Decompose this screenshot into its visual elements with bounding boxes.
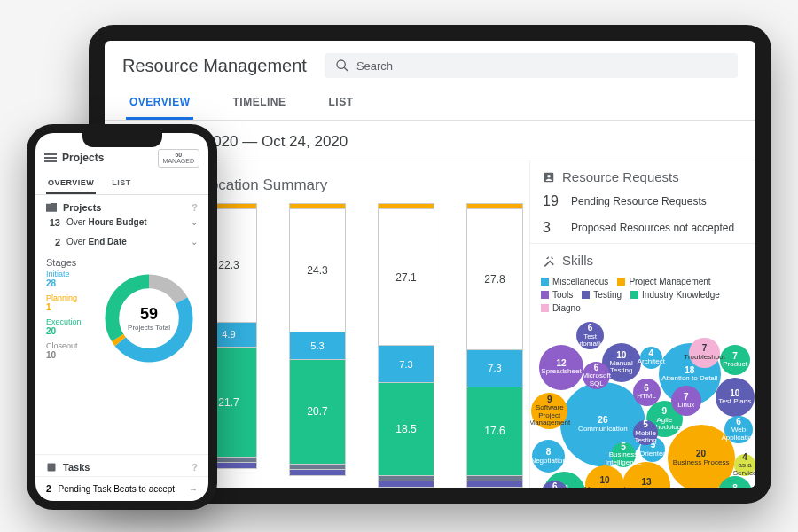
proposed-count: 3 — [543, 220, 562, 236]
allocation-title: Allocation Summary — [193, 169, 529, 200]
phone-tabs: OVERVIEW LIST — [35, 173, 208, 195]
skill-bubble[interactable]: 10Management — [585, 466, 624, 488]
bubble-label: Product — [723, 361, 747, 368]
tasks-section: Tasks ? — [35, 454, 208, 476]
tab-timeline[interactable]: TIMELINE — [229, 87, 289, 120]
tab-overview[interactable]: OVERVIEW — [126, 87, 193, 120]
legend-item[interactable]: Project Management — [617, 277, 710, 286]
bubble-label: Troubleshoot — [684, 354, 724, 361]
side-panel: Resource Requests 19 Pending Resource Re… — [529, 160, 755, 488]
skill-bubble[interactable]: 5Mobile Testing — [633, 420, 658, 445]
stage-name: Execution — [46, 317, 82, 326]
bar-column[interactable]: 27.17.318.5 — [378, 203, 434, 488]
proposed-not-accepted-row[interactable]: 3 Proposed Resources not accepted — [530, 216, 755, 243]
pending-requests-label: Pending Resource Requests — [571, 195, 707, 207]
pending-requests-count: 19 — [543, 193, 562, 209]
legend-item[interactable]: Tools — [541, 290, 573, 300]
skill-bubble[interactable]: 7Linux — [671, 386, 701, 416]
stages-body: Initiate28Planning1Execution20Closeout10… — [35, 268, 208, 369]
resource-requests-header: Resource Requests — [530, 160, 755, 190]
bar-column[interactable]: 27.87.317.6 — [466, 203, 523, 488]
resource-requests-title: Resource Requests — [562, 169, 679, 184]
skill-bubble[interactable]: 10Test Plans — [716, 378, 755, 417]
legend-swatch — [617, 278, 625, 286]
donut-center: 59 Projects Total — [100, 270, 198, 367]
page-title: Resource Management — [122, 56, 307, 76]
managed-label: MANAGED — [163, 158, 194, 164]
stages-title: Stages — [35, 255, 208, 268]
skill-bubble[interactable]: 4Architect — [640, 347, 662, 369]
stage-item[interactable]: Closeout10 — [46, 341, 82, 360]
help-icon[interactable]: ? — [192, 202, 198, 213]
stage-item[interactable]: Planning1 — [46, 293, 82, 312]
search-placeholder: Search — [356, 59, 393, 73]
stage-name: Initiate — [46, 270, 82, 278]
over-hours-row[interactable]: 13 Over Hours Budget ⌄ — [46, 213, 198, 232]
bubble-value: 8 — [732, 484, 738, 488]
bar-segment-unallocated: 27.1 — [378, 208, 434, 345]
legend-item[interactable]: Testing — [582, 290, 622, 300]
bar-segment-blue: 5.3 — [289, 332, 346, 358]
stage-item[interactable]: Initiate28 — [46, 270, 82, 288]
tab-list[interactable]: LIST — [325, 87, 356, 120]
stage-count: 10 — [46, 350, 82, 360]
folder-icon — [46, 203, 57, 212]
bar-segment-purple — [289, 469, 346, 476]
help-icon[interactable]: ? — [192, 462, 198, 473]
legend-swatch — [582, 291, 590, 299]
legend-label: Testing — [593, 290, 622, 300]
chevron-down-icon: ⌄ — [191, 217, 198, 227]
skill-bubble[interactable]: 4as a Service — [734, 454, 755, 476]
legend-label: Tools — [552, 290, 573, 300]
bubble-label: Mobile Testing — [634, 430, 656, 445]
projects-section-title: Projects — [63, 202, 101, 213]
phone-title: Projects — [62, 152, 153, 164]
legend-item[interactable]: Industry Knowledge — [630, 290, 720, 300]
svg-point-0 — [337, 60, 345, 68]
stage-name: Closeout — [46, 341, 82, 350]
stage-count: 28 — [46, 278, 82, 288]
phone-tab-list[interactable]: LIST — [110, 173, 133, 194]
bubble-label: Business Process — [673, 459, 730, 466]
managed-count: 60 — [163, 152, 194, 158]
svg-line-1 — [344, 67, 348, 71]
skill-bubble[interactable]: 7Troubleshoot — [689, 338, 719, 368]
bubble-label: Web Application — [722, 426, 756, 442]
bar-segment-purple — [466, 481, 523, 488]
bar-segment-purple — [378, 481, 434, 488]
svg-point-3 — [547, 175, 551, 178]
chevron-down-icon: ⌄ — [191, 237, 198, 246]
arrow-right-icon: → — [189, 484, 198, 494]
over-enddate-row[interactable]: 2 Over End Date ⌄ — [46, 232, 198, 252]
skills-legend: MiscellaneousProject ManagementToolsTest… — [530, 273, 755, 318]
skill-bubble[interactable]: 5Business Intelligence — [611, 442, 636, 467]
legend-item[interactable]: Miscellaneous — [541, 277, 608, 286]
skill-bubble[interactable]: 6Web Application — [724, 416, 752, 443]
bubble-label: Management — [584, 486, 626, 488]
bar-segment-green: 17.6 — [466, 387, 523, 476]
pending-tasks-row[interactable]: 2 Pending Task Beats to accept → — [35, 476, 208, 501]
skill-bubble[interactable]: 8Negotiation — [532, 440, 566, 473]
skill-bubble[interactable]: 6HTML — [633, 379, 661, 406]
menu-icon[interactable] — [44, 153, 57, 162]
bubble-label: JavaScript — [630, 487, 662, 488]
stage-item[interactable]: Execution20 — [46, 317, 82, 336]
managed-filter-pill[interactable]: 60 MANAGED — [158, 149, 200, 168]
skill-bubble[interactable]: 6Microsoft SQL — [583, 362, 610, 389]
skill-bubble[interactable]: 12Spreadsheet — [539, 345, 583, 389]
search-input[interactable]: Search — [325, 53, 738, 78]
stage-list: Initiate28Planning1Execution20Closeout10 — [46, 270, 82, 367]
projects-section-header: Projects ? — [46, 202, 198, 213]
bubble-label: Software Project Management — [530, 404, 570, 426]
legend-item[interactable]: Diagno — [541, 303, 581, 313]
skill-bubble[interactable]: 9Software Project Management — [531, 393, 567, 429]
donut-total: 59 — [140, 305, 158, 324]
phone-tab-overview[interactable]: OVERVIEW — [46, 173, 96, 194]
stages-donut-chart: 59 Projects Total — [100, 270, 198, 367]
bubble-label: Test Automation — [572, 333, 607, 348]
tools-icon — [543, 254, 555, 267]
pending-requests-row[interactable]: 19 Pending Resource Requests — [530, 190, 755, 216]
tablet-header: Resource Management Search — [105, 41, 755, 83]
bar-column[interactable]: 24.35.320.7 — [289, 203, 346, 488]
skill-bubble[interactable]: 6Test Automation — [576, 322, 604, 349]
